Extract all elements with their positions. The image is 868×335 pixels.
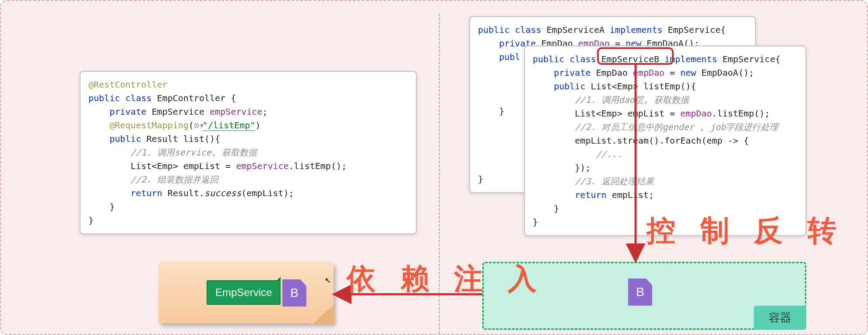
empservice-badge: EmpService xyxy=(207,280,281,305)
controller-code-panel: @RestController public class EmpControll… xyxy=(80,71,417,234)
empservice-consumer: EmpService B xyxy=(158,262,334,323)
empserviceb-highlight xyxy=(597,47,674,65)
container-label: 容器 xyxy=(754,306,806,330)
b-chip-consumer: B xyxy=(282,279,306,307)
b-chip-container: B xyxy=(628,279,652,306)
cursor-icon: ↖ xyxy=(325,273,331,286)
annotation-restcontroller: @RestController xyxy=(88,79,168,90)
diagram-canvas: @RestController public class EmpControll… xyxy=(0,0,868,335)
di-handwriting: 依 赖 注 入 xyxy=(347,259,545,299)
ioc-handwriting: 控 制 反 转 xyxy=(647,211,845,250)
service-b-code-panel: public class EmpServiceB implements EmpS… xyxy=(524,46,806,236)
gutter-mapping-icon: ⊙▾ xyxy=(194,119,203,132)
